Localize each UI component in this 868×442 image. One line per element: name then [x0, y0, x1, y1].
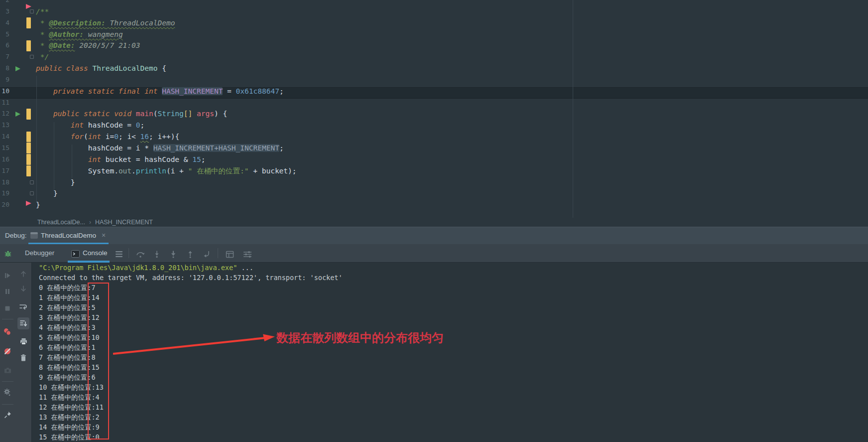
- line-number: 12: [0, 108, 9, 120]
- code-line[interactable]: 18 }: [0, 177, 868, 188]
- soft-wrap-icon[interactable]: [18, 301, 28, 311]
- console-output-row: 12 在桶中的位置:11: [39, 402, 343, 412]
- code-text: /**: [36, 6, 49, 17]
- console-output-row: 0 在桶中的位置:7: [39, 283, 343, 293]
- code-text: System.out.println(i + " 在桶中的位置:" + buck…: [36, 165, 297, 177]
- line-number: 9: [0, 74, 9, 86]
- debug-settings-icon[interactable]: [2, 387, 12, 397]
- thread-dump-icon[interactable]: [2, 365, 12, 375]
- code-line[interactable]: 9: [0, 74, 868, 86]
- breadcrumb-member[interactable]: HASH_INCREMENT: [95, 219, 153, 226]
- line-number: 8: [0, 63, 9, 74]
- restore-layout-icon[interactable]: [225, 249, 235, 259]
- line-number: 16: [0, 154, 9, 165]
- resume-icon[interactable]: [2, 271, 12, 281]
- force-step-into-icon[interactable]: [168, 249, 178, 259]
- console-output-row: 15 在桶中的位置:0: [39, 432, 343, 442]
- scroll-to-end-icon[interactable]: [17, 317, 29, 329]
- code-line[interactable]: 2: [0, 0, 868, 6]
- code-line[interactable]: 20}: [0, 199, 868, 211]
- console-tab-icon: [71, 250, 80, 260]
- vcs-change-marker: [26, 109, 31, 120]
- vcs-change-marker: [26, 143, 31, 153]
- console-output-row: 3 在桶中的位置:12: [39, 312, 343, 322]
- code-line[interactable]: 19 }: [0, 188, 868, 199]
- jump-down-icon[interactable]: [18, 284, 28, 294]
- code-line[interactable]: 11: [0, 97, 868, 109]
- strip-divider: [2, 319, 13, 319]
- code-line[interactable]: 15 hashCode = i * HASH_INCREMENT+HASH_IN…: [0, 143, 868, 154]
- jump-up-icon[interactable]: [18, 269, 28, 279]
- panel-divider: [31, 263, 32, 442]
- line-number: 11: [0, 97, 9, 109]
- code-text: }: [36, 199, 40, 211]
- console-output[interactable]: "C:\Program Files\Java\jdk1.8.0_201\bin\…: [39, 263, 343, 442]
- strip-divider: [2, 404, 13, 405]
- hamburger-menu-icon[interactable]: [115, 251, 123, 260]
- code-line[interactable]: 17 System.out.println(i + " 在桶中的位置:" + b…: [0, 165, 868, 177]
- print-icon[interactable]: [18, 336, 28, 346]
- console-output-row: 14 在桶中的位置:9: [39, 422, 343, 432]
- view-breakpoints-icon[interactable]: [2, 327, 12, 337]
- run-button-icon[interactable]: [15, 112, 20, 117]
- code-text: hashCode = i * HASH_INCREMENT+HASH_INCRE…: [36, 143, 284, 154]
- code-editor[interactable]: 23/**4 * @Description: ThreadLocalDemo5 …: [0, 0, 868, 218]
- code-lines: 23/**4 * @Description: ThreadLocalDemo5 …: [0, 0, 868, 211]
- code-line[interactable]: 3/**: [0, 6, 868, 17]
- debug-session-tab[interactable]: ThreadLocalDemo ×: [28, 227, 109, 245]
- line-number: 4: [0, 17, 9, 29]
- line-number: 15: [0, 143, 9, 154]
- console-message: Connected to the target VM, address: '12…: [39, 273, 343, 283]
- code-text: * @Date: 2020/5/7 21:03: [36, 40, 140, 51]
- tab-console[interactable]: Console: [83, 249, 108, 257]
- fold-marker-icon[interactable]: [30, 9, 34, 13]
- debug-bug-icon[interactable]: [4, 250, 12, 260]
- code-line[interactable]: 14 for(int i=0; i< 16; i++){: [0, 131, 868, 143]
- breadcrumb-class[interactable]: ThreadLocalDe...: [37, 219, 85, 226]
- console-window-icon: [30, 232, 38, 241]
- console-output-row: 7 在桶中的位置:8: [39, 352, 343, 362]
- code-text: }: [36, 188, 58, 199]
- mute-breakpoints-icon[interactable]: [2, 346, 12, 356]
- pin-icon[interactable]: [2, 410, 12, 420]
- toolbar-divider: [128, 248, 129, 258]
- console-output-row: 9 在桶中的位置:6: [39, 372, 343, 382]
- code-line[interactable]: 13 int hashCode = 0;: [0, 120, 868, 131]
- step-over-icon[interactable]: [135, 249, 145, 259]
- code-line[interactable]: 10 private static final int HASH_INCREME…: [0, 86, 868, 97]
- code-text: int hashCode = 0;: [36, 120, 144, 131]
- stop-icon[interactable]: [2, 303, 12, 313]
- toolwindow-title: Debug:: [5, 232, 27, 239]
- tab-debugger[interactable]: Debugger: [25, 249, 54, 257]
- code-line[interactable]: 6 * @Date: 2020/5/7 21:03: [0, 40, 868, 51]
- console-output-row: 10 在桶中的位置:13: [39, 382, 343, 392]
- code-line[interactable]: 5 * @Author: wangmeng: [0, 29, 868, 40]
- run-button-icon[interactable]: [15, 66, 20, 71]
- clear-all-icon[interactable]: [18, 353, 28, 363]
- console-message: "C:\Program Files\Java\jdk1.8.0_201\bin\…: [39, 263, 343, 273]
- code-line[interactable]: 7 */: [0, 51, 868, 63]
- code-line[interactable]: 4 * @Description: ThreadLocalDemo: [0, 17, 868, 29]
- annotation-rectangle: [88, 283, 109, 440]
- pause-icon[interactable]: [2, 287, 12, 296]
- step-out-icon[interactable]: [185, 249, 195, 259]
- fold-marker-icon[interactable]: [30, 191, 34, 195]
- code-line[interactable]: 12 public static void main(String[] args…: [0, 108, 868, 120]
- drop-frame-icon[interactable]: [202, 249, 212, 259]
- console-settings-icon[interactable]: [243, 249, 252, 259]
- code-text: for(int i=0; i< 16; i++){: [36, 131, 179, 143]
- step-into-icon[interactable]: [152, 249, 162, 259]
- console-output-row: 8 在桶中的位置:15: [39, 362, 343, 372]
- code-line[interactable]: 8public class ThreadLocalDemo {: [0, 63, 868, 74]
- console-output-row: 1 在桶中的位置:14: [39, 293, 343, 302]
- console-controls-strip: [15, 263, 31, 442]
- line-number: 7: [0, 51, 9, 63]
- line-number: 14: [0, 131, 9, 143]
- gutter-marker-triangle-icon: [26, 4, 31, 9]
- close-icon[interactable]: ×: [102, 231, 106, 239]
- console-output-row: 13 在桶中的位置:2: [39, 412, 343, 422]
- console-output-row: 2 在桶中的位置:5: [39, 302, 343, 312]
- fold-marker-icon[interactable]: [30, 55, 34, 59]
- code-line[interactable]: 16 int bucket = hashCode & 15;: [0, 154, 868, 165]
- fold-marker-icon[interactable]: [30, 180, 34, 184]
